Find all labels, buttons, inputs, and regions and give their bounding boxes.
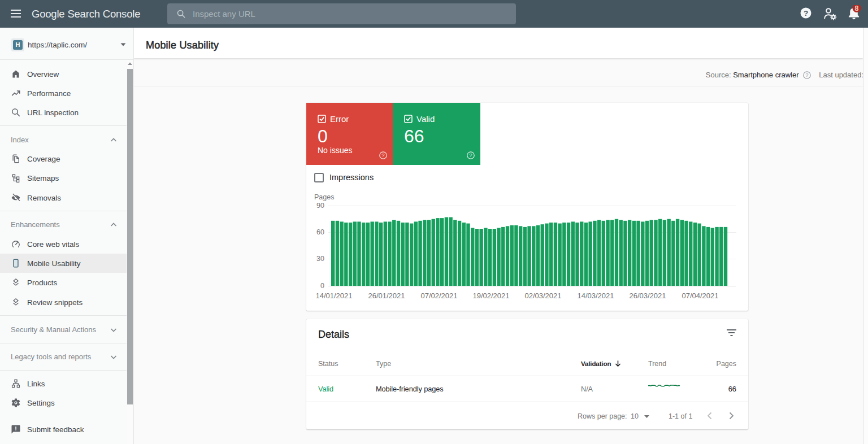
svg-text:?: ? <box>805 72 808 78</box>
svg-text:?: ? <box>804 9 808 18</box>
svg-text:8: 8 <box>855 5 859 12</box>
